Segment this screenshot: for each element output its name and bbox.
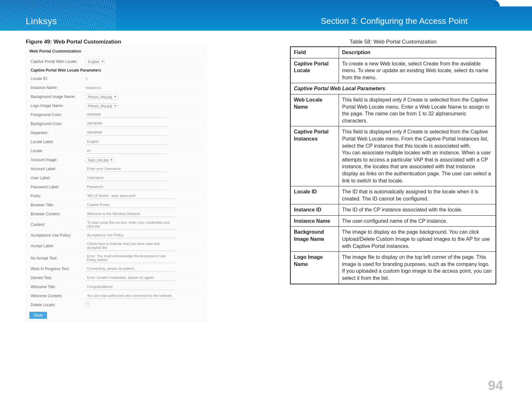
header-notch [500,0,532,6]
acceptance-input[interactable]: Acceptance Use Policy.▴▾ [86,232,175,238]
instance-name-value: Instance1 [86,85,167,91]
browser-title-label: Browser Title: [29,203,86,207]
table-row: Captive Portal Locale To create a new We… [290,58,496,83]
browser-title-input[interactable]: Captive Portal▴▾ [86,202,175,208]
password-label-label: Password Label: [29,185,86,189]
wip-label: Work In Progress Text: [29,267,86,271]
browser-title-value: Captive Portal [87,203,109,207]
fg-color-label: Foreground Color: [29,113,86,117]
figure-column: Figure 49: Web Portal Customization Web … [26,39,209,411]
save-button[interactable]: Save [29,312,47,319]
content-input[interactable]: To start using this service, enter your … [86,220,175,230]
locale-input[interactable]: en [86,148,167,154]
table-row: Web Locale Name This field is displayed … [290,94,496,126]
table-row: Logo Image Name The image file to displa… [290,252,496,284]
desc-cell: The user-configured name of the CP insta… [339,215,496,227]
fonts-input[interactable]: 'MS UI Gothic', arial, sans-serif▴▾ [86,193,175,199]
page-number: 94 [488,378,503,393]
account-label-label: Account Label: [29,167,86,171]
accept-label-input[interactable]: Check here to indicate that you have rea… [86,241,175,251]
no-accept-input[interactable]: Error: You must acknowledge the Acceptan… [86,253,175,263]
table-row: Locale ID The ID that is automatically a… [290,186,496,204]
web-portal-screenshot: Web Portal Customization Captive Portal … [26,46,206,322]
table-row: Background Image Name The image to displ… [290,227,496,252]
separator-label: Separator: [29,131,86,135]
page-content: Figure 49: Web Portal Customization Web … [0,31,532,411]
no-accept-label: No Accept Text: [29,256,86,260]
locale-id-label: Locale ID: [29,76,86,81]
acceptance-value: Acceptance Use Policy. [87,233,124,237]
accept-label-value: Check here to indicate that you have rea… [87,242,160,250]
field-cell: Captive Portal Locale [290,58,339,83]
panel-title: Web Portal Customization [29,49,203,54]
desc-cell: The image to display as the page backgro… [339,227,496,252]
desc-cell: The image file to display on the top lef… [339,252,496,284]
acceptance-label: Acceptance Use Policy: [29,233,86,238]
logo-image-label: Logo Image Name: [29,103,86,108]
denied-value: Error: Invalid Credentials, please try a… [87,276,154,279]
locale-field-label: Locale: [29,149,86,153]
content-value: To start using this service, enter your … [87,220,170,228]
field-cell: Locale ID [290,186,339,204]
desc-cell: The ID of the CP instance associated wit… [339,204,496,216]
page-header: Linksys Section 3: Configuring the Acces… [0,0,532,31]
table-head-desc: Description [339,47,496,58]
denied-input[interactable]: Error: Invalid Credentials, please try a… [86,275,175,281]
web-locale-row: Captive Portal Web Locale: English [29,57,203,66]
browser-content-label: Browser Content: [29,212,86,216]
welcome-title-input[interactable]: Congratulations!▴▾ [86,284,175,290]
header-decoration [0,0,116,31]
bg-color-input[interactable]: #BFBFBF [86,121,167,127]
bg-image-label: Background Image Name: [29,94,86,99]
user-label-input[interactable]: Username: [86,175,167,181]
delete-locale-label: Delete Locale: [29,303,86,307]
password-label-input[interactable]: Password: [86,184,167,190]
field-cell: Logo Image Name [290,252,339,284]
figure-caption: Figure 49: Web Portal Customization [26,39,209,45]
table-row: Captive Portal Instances This field is d… [290,126,496,186]
separator-input[interactable]: #BFBFBF [86,130,167,136]
brand-logo-text: Linksys [26,16,57,26]
section-title: Section 3: Configuring the Access Point [321,16,468,26]
bg-image-select[interactable]: linksys_bkg.jpg [86,94,118,99]
desc-cell: The ID that is automatically assigned to… [339,186,496,204]
browser-content-value: Welcome to the Wireless Network [87,212,140,216]
wip-value: Connecting, please be patient... [87,267,137,270]
field-cell: Web Locale Name [290,94,339,126]
fonts-value: 'MS UI Gothic', arial, sans-serif [87,194,135,198]
welcome-content-label: Welcome Content: [29,294,86,298]
logo-image-select[interactable]: linksys_bkg.jpg [86,103,118,108]
welcome-content-value: You are now authorized and connected to … [87,294,173,298]
fg-color-input[interactable]: #999999 [86,112,167,118]
web-locale-select[interactable]: English [86,59,105,64]
description-table: Field Description Captive Portal Locale … [290,46,496,284]
params-header: Captive Portal Web Locale Parameters [29,66,203,74]
delete-locale-checkbox[interactable] [86,302,90,306]
table-head-field: Field [290,47,339,58]
field-cell: Background Image Name [290,227,339,252]
bg-color-label: Background Color: [29,122,86,126]
desc-cell: To create a new Web locale, select Creat… [339,58,496,83]
table-section-header: Captive Portal Web Local Parameters [290,83,496,94]
locale-id-value: 1 [86,76,167,82]
locale-label-input[interactable]: English [86,139,167,145]
table-column: Table 58: Web Portal Customization Field… [290,39,496,411]
content-label: Content: [29,222,86,227]
desc-cell: This field is displayed only if Create i… [339,94,496,126]
account-image-select[interactable]: login_key.jpg [86,157,114,162]
no-accept-value: Error: You must acknowledge the Acceptan… [87,254,166,262]
field-cell: Captive Portal Instances [290,126,339,186]
account-label-input[interactable]: Enter your Username [86,166,167,172]
welcome-title-label: Welcome Title: [29,285,86,289]
account-image-label: Account Image: [29,158,86,162]
wip-input[interactable]: Connecting, please be patient...▴▾ [86,266,175,272]
user-label-label: User Label: [29,176,86,180]
field-cell: Instance ID [290,204,339,216]
section-header-cell: Captive Portal Web Local Parameters [290,83,496,94]
table-row: Instance Name The user-configured name o… [290,215,496,227]
welcome-content-input[interactable]: You are now authorized and connected to … [86,293,175,299]
web-locale-label: Captive Portal Web Locale: [29,59,86,64]
browser-content-input[interactable]: Welcome to the Wireless Network▴▾ [86,211,175,217]
denied-label: Denied Text: [29,276,86,280]
table-row: Instance ID The ID of the CP instance as… [290,204,496,216]
